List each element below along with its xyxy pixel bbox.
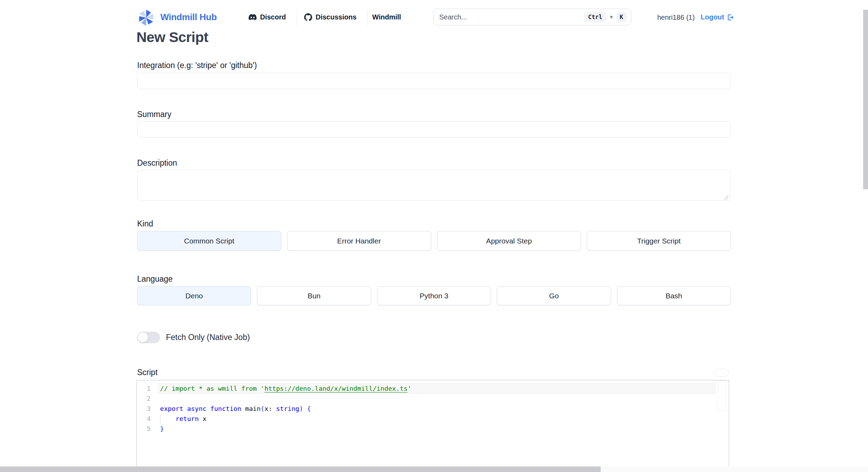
description-textarea[interactable] bbox=[137, 170, 731, 201]
textarea-resize-handle[interactable] bbox=[724, 195, 728, 200]
nav-discord-label: Discord bbox=[260, 13, 286, 21]
language-deno-button[interactable]: Deno bbox=[137, 286, 251, 305]
nav-windmill[interactable]: Windmill bbox=[372, 13, 401, 21]
search-shortcut: Ctrl + K bbox=[584, 12, 631, 22]
kind-error-handler-button[interactable]: Error Handler bbox=[287, 231, 431, 251]
code-line[interactable]: 1// import * as wmill from 'https://deno… bbox=[137, 383, 729, 394]
search-box[interactable]: Ctrl + K bbox=[433, 9, 631, 25]
kbd-plus: + bbox=[610, 14, 613, 20]
fetch-only-label: Fetch Only (Native Job) bbox=[166, 333, 250, 342]
kind-trigger-script-button[interactable]: Trigger Script bbox=[587, 231, 731, 251]
language-bash-button[interactable]: Bash bbox=[617, 286, 731, 305]
code-line[interactable]: 3export async function main(x: string) { bbox=[137, 404, 729, 414]
fetch-only-toggle[interactable] bbox=[137, 332, 160, 343]
code-line[interactable]: 2 bbox=[137, 394, 729, 404]
code-line[interactable]: 4 return x bbox=[137, 414, 729, 424]
line-number: 2 bbox=[137, 395, 151, 402]
toggle-knob bbox=[138, 332, 148, 342]
integration-label: Integration (e.g: 'stripe' or 'github') bbox=[137, 61, 257, 70]
code-text: } bbox=[160, 425, 164, 432]
nav-divider bbox=[367, 9, 368, 25]
summary-label: Summary bbox=[137, 110, 171, 119]
search-input[interactable] bbox=[434, 13, 584, 21]
language-button-group: Deno Bun Python 3 Go Bash bbox=[137, 286, 731, 305]
vertical-scrollbar[interactable] bbox=[863, 10, 868, 189]
nav-discussions-label: Discussions bbox=[316, 13, 357, 21]
logout-icon bbox=[726, 14, 734, 21]
username-label: henri186 (1) bbox=[657, 14, 695, 22]
horizontal-scrollbar-track[interactable] bbox=[0, 466, 868, 472]
kbd-ctrl: Ctrl bbox=[584, 12, 607, 22]
windmill-logo[interactable] bbox=[136, 8, 156, 28]
code-editor[interactable]: 1// import * as wmill from 'https://deno… bbox=[136, 380, 729, 472]
code-text: export async function main(x: string) { bbox=[160, 405, 311, 412]
script-editor-pill-toggle[interactable] bbox=[714, 369, 729, 377]
line-number: 1 bbox=[137, 385, 151, 392]
editor-scrollbar-decor[interactable] bbox=[718, 380, 726, 410]
brand-title[interactable]: Windmill Hub bbox=[160, 12, 217, 23]
code-lines: 1// import * as wmill from 'https://deno… bbox=[137, 380, 729, 434]
page-title: New Script bbox=[136, 29, 208, 45]
horizontal-scrollbar-thumb[interactable] bbox=[0, 466, 601, 472]
integration-input[interactable] bbox=[137, 73, 731, 89]
line-number: 4 bbox=[137, 415, 151, 422]
line-number: 3 bbox=[137, 405, 151, 412]
language-bun-button[interactable]: Bun bbox=[257, 286, 371, 305]
kind-approval-step-button[interactable]: Approval Step bbox=[437, 231, 581, 251]
description-label: Description bbox=[137, 158, 177, 168]
logout-button[interactable]: Logout bbox=[701, 13, 734, 21]
nav-discussions[interactable]: Discussions bbox=[304, 13, 357, 21]
code-text: return x bbox=[160, 415, 207, 422]
nav-discord[interactable]: Discord bbox=[249, 13, 286, 21]
github-icon bbox=[304, 13, 312, 21]
language-python3-button[interactable]: Python 3 bbox=[377, 286, 491, 305]
kind-common-script-button[interactable]: Common Script bbox=[137, 231, 281, 251]
kbd-k: K bbox=[616, 12, 627, 22]
script-label: Script bbox=[137, 368, 158, 377]
line-number: 5 bbox=[137, 425, 151, 432]
language-go-button[interactable]: Go bbox=[497, 286, 611, 305]
kind-label: Kind bbox=[137, 219, 153, 229]
logout-label: Logout bbox=[701, 13, 724, 21]
discord-icon bbox=[249, 13, 257, 21]
nav-divider bbox=[297, 9, 297, 25]
kind-button-group: Common Script Error Handler Approval Ste… bbox=[137, 231, 731, 251]
summary-input[interactable] bbox=[137, 121, 731, 138]
code-text: // import * as wmill from 'https://deno.… bbox=[160, 385, 411, 392]
language-label: Language bbox=[137, 274, 173, 284]
code-line[interactable]: 5} bbox=[137, 424, 729, 434]
nav-windmill-label: Windmill bbox=[372, 13, 401, 21]
